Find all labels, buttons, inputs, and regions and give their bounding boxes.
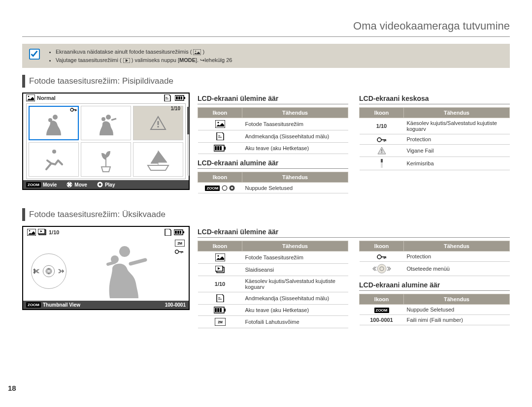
svg-rect-17 — [158, 126, 159, 127]
thumbnail-6[interactable] — [133, 142, 183, 177]
table-single-left: IkoonTähendus Fotode Taasesitusrežiim Sl… — [198, 241, 348, 328]
thumbnail-1[interactable] — [29, 106, 79, 140]
svg-text:2M: 2M — [177, 242, 182, 245]
sub-heading-center: LCD-ekraani keskosa — [359, 94, 510, 104]
plant-icon — [89, 145, 123, 174]
table-row: 1/10Käesolev kujutis/Salvestatud kujutis… — [198, 276, 348, 292]
svg-rect-63 — [224, 309, 226, 312]
svg-rect-22 — [215, 120, 225, 128]
lcd-thumbnail-view: Normal 1/10 — [22, 93, 190, 190]
svg-rect-46 — [183, 231, 184, 233]
scrollbar[interactable] — [187, 107, 189, 176]
svg-point-66 — [377, 255, 381, 259]
section-heading-thumbnail: Fotode taasesitusrežiim: Pisipildivaade — [22, 75, 510, 88]
photo-play-icon — [193, 49, 201, 55]
sub-heading-top-single: LCD-ekraani ülemine äär — [198, 228, 510, 238]
svg-point-49 — [175, 250, 179, 253]
svg-rect-27 — [220, 146, 222, 150]
table-single-right-top: IkoonTähendus Protection Otseteede menüü — [359, 241, 510, 276]
nav-dpad-icon — [66, 182, 72, 188]
key-icon — [70, 108, 77, 112]
svg-rect-1 — [193, 49, 201, 55]
table-row: 1/10Käesolev kujutis/Salvestatud kujutis… — [360, 118, 510, 134]
photo-play-icon — [26, 94, 35, 101]
note-box: Ekraanikuva näidatakse ainult fotode taa… — [22, 44, 510, 68]
sailboat-icon — [141, 145, 175, 174]
section-heading-single: Fotode taasesitusrežiim: Üksikvaade — [22, 208, 510, 221]
svg-rect-28 — [224, 147, 226, 150]
table-thumb-top: IkoonTähendus Fotode Taasesitusrežiim An… — [198, 107, 348, 154]
thumbnail-2[interactable] — [81, 106, 131, 140]
svg-point-2 — [195, 51, 196, 52]
table-row: Fotode Taasesitusrežiim — [198, 251, 348, 264]
svg-point-14 — [106, 115, 111, 120]
dial-icon — [372, 264, 392, 274]
battery-icon — [214, 307, 227, 313]
storage-icon — [216, 294, 225, 302]
battery-icon — [174, 229, 185, 235]
silhouette-icon — [89, 108, 123, 138]
zoom-icon: ZOOM — [205, 186, 220, 191]
svg-rect-60 — [215, 308, 217, 312]
footer-thumbnail: Thumbnail View — [43, 302, 80, 308]
table-row: 100-0001Faili nimi (Faili number) — [360, 315, 510, 325]
footer-movie: Movie — [43, 182, 57, 188]
svg-rect-45 — [180, 231, 181, 234]
slideshow-icon — [215, 266, 225, 274]
key-icon — [377, 137, 387, 142]
svg-point-15 — [101, 117, 105, 121]
sub-heading-bottom-single: LCD-ekraani alumine äär — [359, 281, 510, 291]
battery-icon — [175, 95, 186, 101]
nav-dpad-icon — [222, 185, 228, 191]
sub-heading-top: LCD-ekraani ülemine äär — [198, 94, 348, 104]
svg-rect-9 — [181, 96, 182, 99]
table-row: Otseteede menüü — [360, 262, 510, 276]
runner-icon — [36, 145, 71, 174]
svg-rect-10 — [184, 97, 185, 99]
play-rect-icon — [123, 58, 130, 63]
zoom-icon: ZOOM — [26, 302, 41, 308]
silhouette-icon — [36, 108, 71, 138]
thumbnail-4[interactable] — [29, 142, 79, 177]
table-row: Kerimisriba — [360, 157, 510, 170]
svg-point-39 — [29, 230, 31, 232]
check-icon — [29, 49, 40, 60]
warning-icon — [377, 147, 386, 155]
table-row: Protection — [360, 251, 510, 262]
photo-play-icon — [215, 120, 225, 128]
svg-rect-44 — [177, 231, 179, 234]
zoom-icon: ZOOM — [374, 308, 389, 313]
table-row: Fotode Taasesitusrežiim — [198, 118, 348, 130]
svg-rect-55 — [215, 253, 225, 261]
table-single-right-bottom: IkoonTähendus ZOOMNuppude Seletused 100-… — [359, 294, 510, 325]
normal-label: Normal — [37, 95, 56, 101]
table-row: Andmekandja (Sisseehitatud mälu) — [198, 292, 348, 305]
table-row: Slaidiseansi — [198, 264, 348, 276]
svg-rect-7 — [176, 96, 178, 99]
svg-point-33 — [377, 138, 381, 142]
footer-play: Play — [105, 182, 115, 188]
table-thumb-center: IkoonTähendus 1/10Käesolev kujutis/Salve… — [359, 107, 510, 170]
svg-point-12 — [48, 118, 52, 122]
svg-point-18 — [52, 150, 56, 154]
table-row: Aku teave (aku Hetketase) — [198, 143, 348, 154]
table-row: Protection — [360, 134, 510, 145]
resolution-icon: 2M — [175, 240, 185, 247]
svg-point-23 — [217, 122, 219, 124]
storage-icon — [164, 94, 171, 101]
shortcut-dial[interactable] — [31, 253, 66, 289]
footer-move: Move — [74, 182, 87, 188]
storage-icon — [216, 132, 225, 140]
table-row: Aku teave (aku Hetketase) — [198, 305, 348, 316]
svg-point-56 — [217, 255, 219, 257]
svg-point-50 — [119, 246, 130, 257]
counter-label: 1/10 — [49, 229, 59, 235]
silhouette-icon — [85, 237, 154, 301]
svg-rect-8 — [178, 96, 180, 99]
svg-rect-37 — [381, 159, 383, 162]
thumbnail-5[interactable] — [81, 142, 131, 177]
svg-point-30 — [223, 186, 227, 190]
slideshow-icon — [38, 229, 47, 236]
svg-point-32 — [231, 187, 233, 189]
page-number: 18 — [8, 384, 16, 392]
